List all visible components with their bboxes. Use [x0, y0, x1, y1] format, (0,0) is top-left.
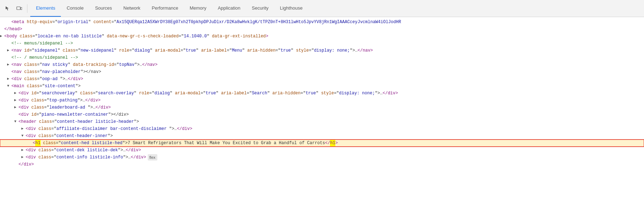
dom-panel: <meta http-equiv="origin-trial" content=… — [0, 17, 644, 215]
dom-line[interactable]: <div class="oop-ad "> … </div> — [0, 75, 644, 83]
dom-line[interactable]: <header class="content-header listicle-h… — [0, 118, 644, 125]
device-toolbar-button[interactable] — [14, 4, 24, 14]
expand-arrow[interactable] — [21, 126, 25, 132]
dom-line[interactable]: <body class="locale-en no-tab listicle" … — [0, 33, 644, 40]
tab-navigation: Elements Console Sources Network Perform… — [30, 0, 308, 17]
expand-arrow[interactable] — [21, 133, 25, 139]
expand-arrow[interactable] — [14, 104, 18, 111]
tab-elements[interactable]: Elements — [30, 0, 61, 17]
dom-line[interactable]: <nav id="sidepanel" class="new-sidepanel… — [0, 47, 644, 54]
dom-line[interactable]: <nav class="nav sticky" data-tracking-id… — [0, 61, 644, 68]
dom-line-h1[interactable]: <h1 class="content-hed listicle-hed"> 7 … — [0, 140, 644, 147]
dom-line[interactable]: <div class="content-dek listicle-dek"> …… — [0, 147, 644, 154]
dom-line[interactable]: <div id="searchoverlay" class="search-ov… — [0, 90, 644, 97]
tab-network[interactable]: Network — [118, 0, 146, 17]
dom-line[interactable]: <div id="piano-newsletter-container"></d… — [0, 111, 644, 118]
expand-arrow[interactable] — [14, 119, 18, 125]
expand-arrow[interactable] — [7, 62, 11, 68]
dom-line[interactable]: <div class="content-header-inner"> — [0, 132, 644, 140]
tab-sources[interactable]: Sources — [89, 0, 118, 17]
svg-rect-0 — [17, 7, 20, 10]
devtools-toolbar: Elements Console Sources Network Perform… — [0, 0, 644, 17]
expand-arrow[interactable] — [7, 47, 11, 54]
dom-line[interactable]: <div class="content-info listicle-info">… — [0, 154, 644, 161]
tab-performance[interactable]: Performance — [146, 0, 184, 17]
svg-rect-1 — [21, 7, 22, 10]
tab-application[interactable]: Application — [212, 0, 246, 17]
expand-arrow[interactable] — [14, 90, 18, 96]
expand-arrow[interactable] — [0, 33, 4, 40]
dom-line[interactable]: <div class="leaderboard-ad "> … </div> — [0, 104, 644, 111]
expand-arrow[interactable] — [21, 154, 25, 161]
tab-memory[interactable]: Memory — [184, 0, 212, 17]
expand-arrow[interactable] — [14, 97, 18, 104]
dom-line[interactable]: <nav class="nav-placeholder"></nav> — [0, 68, 644, 75]
inspect-element-button[interactable] — [3, 4, 13, 14]
dom-line[interactable]: <meta http-equiv="origin-trial" content=… — [0, 19, 644, 26]
dom-line[interactable]: <!-- / menus/sidepanel --> — [0, 54, 644, 61]
tab-console[interactable]: Console — [61, 0, 89, 17]
dom-line[interactable]: </div> — [0, 161, 644, 168]
expand-arrow[interactable] — [21, 147, 25, 153]
expand-arrow[interactable] — [7, 76, 11, 82]
tab-lighthouse[interactable]: Lighthouse — [274, 0, 308, 17]
dom-line[interactable]: <div class="top-pathing"> … </div> — [0, 97, 644, 104]
toolbar-divider — [27, 4, 27, 13]
expand-arrow[interactable] — [7, 83, 11, 89]
dom-line[interactable]: <main class="site-content"> — [0, 83, 644, 90]
dom-line[interactable]: <div class="affiliate-disclaimer bar-con… — [0, 125, 644, 132]
dom-line[interactable]: <!-- menus/sidepanel --> — [0, 40, 644, 47]
flex-badge: flex — [148, 154, 157, 161]
dom-line[interactable]: </head> — [0, 26, 644, 33]
tab-security[interactable]: Security — [246, 0, 274, 17]
